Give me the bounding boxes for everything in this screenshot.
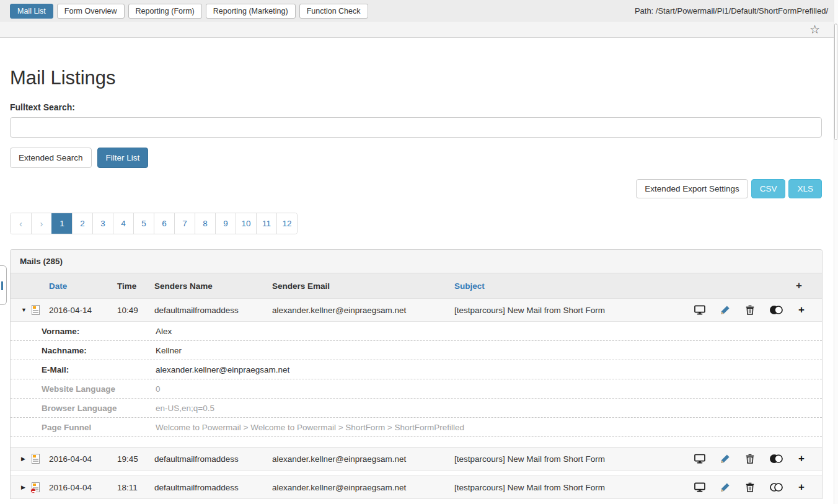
pagination-next[interactable]: › (31, 213, 51, 234)
hide-toggle-on-icon[interactable] (769, 454, 783, 464)
detail-label: Page Funnel (42, 423, 156, 432)
column-header-subject[interactable]: Subject (454, 281, 679, 291)
docheader-meta-bar: ☆ (0, 22, 838, 38)
preview-icon[interactable] (694, 482, 705, 492)
module-body: Mail Listings Fulltext Search: Extended … (0, 67, 838, 499)
pagination-page-11[interactable]: 11 (256, 213, 276, 234)
cell-senders-name: defaultmailfromaddess (154, 454, 272, 464)
cell-date: 2016-04-04 (49, 483, 117, 492)
scrollbar-thumb[interactable] (834, 24, 837, 140)
pagetree-handle-mark-icon (1, 281, 3, 290)
pagination-page-8[interactable]: 8 (195, 213, 215, 234)
column-header-time: Time (117, 281, 154, 291)
module-tabs: Mail List Form Overview Reporting (Form)… (10, 4, 635, 19)
detail-label: Vorname: (42, 327, 156, 336)
tab-reporting-marketing[interactable]: Reporting (Marketing) (206, 4, 296, 19)
detail-value: Kellner (156, 346, 182, 355)
table-header-row: Date Time Senders Name Senders Email Sub… (11, 273, 822, 298)
detail-value: alexander.kellner@einpraegsam.net (156, 365, 289, 374)
pagetree-toggle-handle[interactable] (0, 265, 7, 305)
docheader: Mail List Form Overview Reporting (Form)… (0, 0, 838, 38)
table-row: ▼ 2016-04-14 10:49 defaultmailfromaddess… (11, 298, 822, 322)
detail-label: Website Language (42, 384, 156, 394)
export-buttons: Extended Export Settings CSV XLS (10, 179, 822, 198)
hidden-overlay-icon (30, 488, 36, 493)
hide-toggle-off-icon[interactable] (769, 482, 783, 492)
delete-trash-icon[interactable] (746, 482, 754, 492)
pagination: ‹ › 1 2 3 4 5 6 7 8 9 10 11 12 (10, 213, 298, 234)
pagination-page-12[interactable]: 12 (276, 213, 297, 234)
detail-row: Nachname: Kellner (11, 341, 822, 360)
preview-icon[interactable] (694, 305, 705, 315)
table-row: ▶ 2016-04-04 18:11 defaultmailfromaddess… (11, 475, 822, 499)
edit-pencil-icon[interactable] (720, 305, 730, 315)
expand-caret-icon[interactable]: ▶ (21, 484, 27, 490)
detail-value: en-US,en;q=0.5 (156, 404, 214, 413)
cell-date: 2016-04-14 (49, 306, 117, 315)
delete-trash-icon[interactable] (746, 454, 754, 464)
filter-list-button[interactable]: Filter List (97, 148, 149, 168)
page-path: Path: /Start/Powermail/Pi1/Default/Short… (635, 6, 828, 15)
mails-panel-title: Mails (285) (11, 250, 822, 273)
column-header-senders-email: Senders Email (272, 281, 454, 291)
pagination-page-2[interactable]: 2 (72, 213, 92, 234)
detail-row: E-Mail: alexander.kellner@einpraegsam.ne… (11, 360, 822, 379)
extended-search-button[interactable]: Extended Search (10, 148, 92, 168)
edit-pencil-icon[interactable] (720, 454, 730, 464)
delete-trash-icon[interactable] (746, 305, 754, 315)
mails-panel: Mails (285) Date Time Senders Name Sende… (10, 249, 823, 499)
extended-export-settings-button[interactable]: Extended Export Settings (636, 179, 748, 198)
detail-value: Welcome to Powermail > Welcome to Powerm… (156, 423, 464, 432)
tab-mail-list[interactable]: Mail List (10, 4, 53, 19)
cell-subject: [testparcours] New Mail from Short Form (454, 483, 679, 492)
column-header-date[interactable]: Date (49, 281, 117, 291)
detail-label: E-Mail: (42, 365, 156, 374)
expand-caret-icon[interactable]: ▶ (21, 456, 27, 462)
detail-label: Nachname: (42, 346, 156, 355)
pagination-page-7[interactable]: 7 (174, 213, 195, 234)
pagination-page-6[interactable]: 6 (154, 213, 174, 234)
search-buttons: Extended Search Filter List (10, 148, 822, 168)
add-column-button[interactable]: + (679, 280, 822, 292)
cell-senders-name: defaultmailfromaddess (154, 483, 272, 492)
detail-row: Website Language 0 (11, 379, 822, 399)
page-title: Mail Listings (10, 67, 822, 89)
fulltext-search-input[interactable] (10, 117, 822, 138)
xls-export-button[interactable]: XLS (788, 179, 822, 198)
edit-pencil-icon[interactable] (720, 482, 730, 492)
cell-time: 18:11 (117, 483, 154, 492)
cell-senders-email: alexander.kellner@einpraegsam.net (272, 306, 454, 315)
table-row: ▶ 2016-04-04 19:45 defaultmailfromaddess… (11, 447, 822, 471)
pagination-page-10[interactable]: 10 (236, 213, 256, 234)
detail-row: Browser Language en-US,en;q=0.5 (11, 399, 822, 418)
tab-reporting-form[interactable]: Reporting (Form) (128, 4, 202, 19)
more-actions-plus-icon[interactable]: + (798, 453, 805, 465)
pagination-page-1[interactable]: 1 (51, 213, 72, 234)
tab-form-overview[interactable]: Form Overview (57, 4, 125, 19)
pagination-page-5[interactable]: 5 (133, 213, 154, 234)
pagination-prev[interactable]: ‹ (11, 213, 31, 234)
more-actions-plus-icon[interactable]: + (798, 481, 805, 493)
cell-subject: [testparcours] New Mail from Short Form (454, 306, 679, 315)
bookmark-star-icon[interactable]: ☆ (809, 24, 820, 35)
pagination-page-9[interactable]: 9 (215, 213, 236, 234)
cell-date: 2016-04-04 (49, 454, 117, 464)
mail-record-hidden-icon[interactable] (32, 482, 40, 492)
cell-time: 19:45 (117, 454, 154, 464)
hide-toggle-on-icon[interactable] (769, 305, 783, 315)
cell-senders-name: defaultmailfromaddess (154, 306, 272, 315)
pagination-page-3[interactable]: 3 (92, 213, 113, 234)
detail-row: Page Funnel Welcome to Powermail > Welco… (11, 418, 822, 437)
tab-function-check[interactable]: Function Check (299, 4, 368, 19)
mail-record-icon[interactable] (32, 305, 40, 315)
pagination-page-4[interactable]: 4 (113, 213, 133, 234)
column-header-senders-name: Senders Name (154, 281, 272, 291)
more-actions-plus-icon[interactable]: + (798, 304, 805, 316)
scrollbar-track[interactable] (834, 0, 838, 504)
preview-icon[interactable] (694, 454, 705, 464)
mail-record-icon[interactable] (32, 454, 40, 464)
collapse-caret-icon[interactable]: ▼ (21, 307, 27, 313)
cell-time: 10:49 (117, 306, 154, 315)
csv-export-button[interactable]: CSV (751, 179, 786, 198)
cell-senders-email: alexander.kellner@einpraegsam.net (272, 454, 454, 464)
